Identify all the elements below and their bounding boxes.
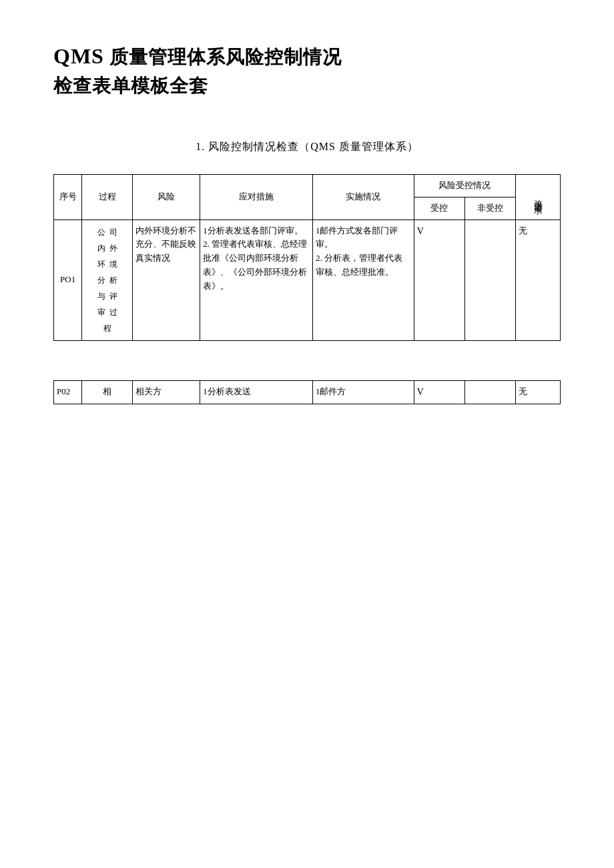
cell-seq-2: P02	[54, 380, 82, 404]
cell-uncontrolled-1	[465, 220, 515, 340]
cell-risk-1: 内外环境分析不充分、不能反映真实情况	[133, 220, 200, 340]
cell-measure-2: 1分析表发送	[200, 380, 313, 404]
header-controlled: 受控	[414, 197, 465, 220]
title-qms: QMS	[53, 44, 104, 68]
risk-control-table: 序号 过程 风险 应对措施 实施情况 风险受控情况 改进需求 受控 非受控 PO…	[53, 174, 561, 404]
table-row: PO1 公 司 内 外 环 境 分 析 与 评 审 过 程 内外环境分析不充分、…	[54, 220, 561, 340]
cell-controlled-2: V	[414, 380, 465, 404]
section-title: 1. 风险控制情况检查（QMS 质量管理体系）	[53, 140, 561, 154]
table-row: P02 相 相关方 1分析表发送 1邮件方 V 无	[54, 380, 561, 404]
header-process: 过程	[82, 175, 133, 220]
cell-seq-1: PO1	[54, 220, 82, 340]
cell-improve-1: 无	[515, 220, 561, 340]
header-risk: 风险	[133, 175, 200, 220]
title-sub: 检查表单模板全套	[53, 75, 208, 96]
header-seq: 序号	[54, 175, 82, 220]
title-main: 质量管理体系风险控制情况	[104, 47, 342, 67]
cell-improve-2: 无	[515, 380, 561, 404]
cell-impl-1: 1邮件方式发各部门评审。 2. 分析表，管理者代表审核、总经理批准。	[312, 220, 414, 340]
cell-impl-2: 1邮件方	[312, 380, 414, 404]
cell-measure-1: 1分析表发送各部门评审。 2. 管理者代表审核、总经理批准《公司内部环境分析表》…	[200, 220, 313, 340]
header-measure: 应对措施	[200, 175, 313, 220]
cell-risk-2: 相关方	[133, 380, 200, 404]
header-improve: 改进需求	[515, 175, 561, 220]
header-uncontrolled: 非受控	[465, 197, 515, 220]
header-risk-ctrl: 风险受控情况	[414, 175, 515, 197]
cell-uncontrolled-2	[465, 380, 515, 404]
cell-process-1: 公 司 内 外 环 境 分 析 与 评 审 过 程	[82, 220, 133, 340]
cell-controlled-1: V	[414, 220, 465, 340]
cell-process-2: 相	[82, 380, 133, 404]
page-title: QMS 质量管理体系风险控制情况 检查表单模板全套	[53, 40, 561, 100]
spacer-row	[54, 340, 561, 380]
table-header-row: 序号 过程 风险 应对措施 实施情况 风险受控情况 改进需求	[54, 175, 561, 197]
header-impl: 实施情况	[312, 175, 414, 220]
